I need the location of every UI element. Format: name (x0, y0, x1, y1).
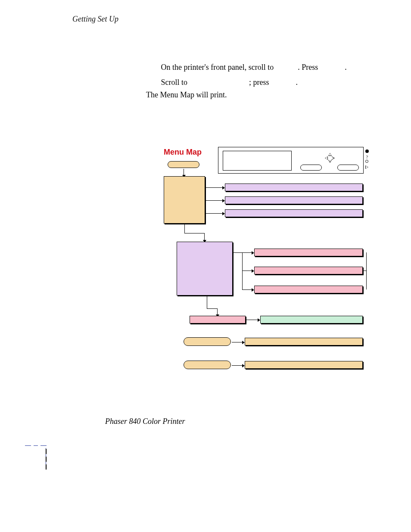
action-pill (184, 361, 231, 369)
step2-print: Print Menu Map (190, 78, 247, 87)
circle-icon (365, 160, 368, 163)
step1-mid: . Press (298, 63, 320, 72)
submenu-bar (225, 196, 363, 204)
step2-mid: ; press (249, 78, 271, 87)
step2-select: Select (271, 78, 294, 87)
step1-select: Select (320, 63, 343, 72)
root-pill (168, 161, 199, 168)
step-2: 2. Scroll to Print Menu Map ; press Sele… (146, 76, 347, 89)
panel-button-right (337, 165, 359, 171)
result-text: The Menu Map will print. (146, 90, 227, 100)
lcd-screen (223, 151, 292, 171)
step1-post: . (345, 63, 347, 72)
action-bar (245, 361, 363, 369)
option-bar (254, 286, 363, 293)
step2-post: . (296, 78, 298, 87)
main-menu-box (164, 176, 205, 224)
sub-menu-box (177, 242, 233, 296)
step-number: 1. (146, 61, 159, 74)
option-bar (254, 267, 363, 274)
front-panel: ? (218, 147, 364, 174)
running-head: Getting Set Up (72, 15, 118, 24)
diagram-title: Menu Map (164, 148, 202, 157)
dpad-icon (325, 153, 335, 163)
page-number: 22 (72, 418, 81, 427)
dot-icon (365, 149, 369, 153)
instruction-list: 1. On the printer's front panel, scroll … (146, 61, 347, 91)
step2-pre: Scroll to (161, 78, 190, 87)
menu-map-diagram: Menu Map ? (164, 148, 364, 389)
action-bar (245, 338, 363, 345)
step1-pre: On the printer's front panel, scroll to (161, 63, 276, 72)
action-pill (184, 337, 231, 346)
option-bar (254, 249, 363, 256)
panel-button-left (300, 165, 322, 171)
section-title: Menu Map (146, 44, 193, 56)
play-icon (365, 165, 368, 169)
option-small-bar (190, 316, 246, 324)
step-1: 1. On the printer's front panel, scroll … (146, 61, 347, 74)
step-number: 2. (146, 76, 159, 89)
footer-doc-title: Phaser 840 Color Printer (105, 417, 185, 426)
panel-icons: ? (365, 149, 369, 169)
submenu-bar (225, 184, 363, 191)
submenu-bar (225, 209, 363, 217)
value-bar (260, 316, 363, 324)
step1-menu: Menu (276, 63, 296, 72)
question-icon: ? (365, 156, 369, 159)
crop-marks-icon (25, 445, 51, 476)
